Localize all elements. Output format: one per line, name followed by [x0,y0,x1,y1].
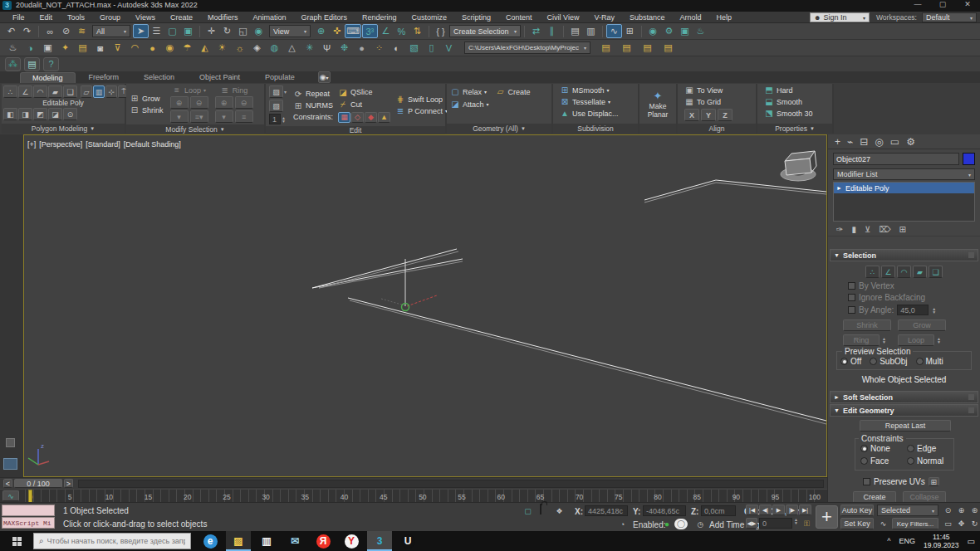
nurms-button[interactable]: ⊞NURMS [293,101,333,110]
select-and-move-icon[interactable]: ✛ [203,24,219,38]
use-displacement-button[interactable]: ▲Use Displac... [560,109,619,118]
menu-item[interactable]: Edit [32,13,61,22]
menu-item[interactable]: Group [92,13,128,22]
previous-frame-icon[interactable]: ◀| [759,505,772,515]
zoom-extents-icon[interactable]: ⊛ [968,505,980,516]
ring-shift-icon[interactable]: ▾ [215,110,233,123]
relax-button[interactable]: ▢Relax▾ [450,87,489,96]
pm-tool-icon-1[interactable]: ◧ [3,108,17,120]
time-slider-track[interactable] [78,480,824,488]
menu-item[interactable]: Customize [404,13,455,22]
element-mode-icon[interactable]: ❑ [63,85,77,98]
modify-tab-icon[interactable]: ⌁ [847,136,853,148]
pan-icon[interactable]: ✥ [955,518,968,529]
select-and-manipulate-icon[interactable]: ✜ [329,24,345,38]
display-tab-icon[interactable]: ▭ [890,136,899,148]
named-selection-set-field[interactable]: Create Selection Se▾ [449,25,521,37]
3dsmax-app-icon[interactable]: 3 [367,531,392,551]
redo-icon[interactable]: ↷ [19,24,35,38]
unreal-app-icon[interactable]: U [395,531,420,551]
isolate-selection-icon[interactable]: ▢ [522,505,534,517]
group-label-modify-selection[interactable]: Modify Selection▼ [126,124,264,134]
menu-item[interactable]: Tools [60,13,92,22]
attach-button-ribbon[interactable]: ◪Attach▾ [450,100,489,109]
ribbon-tab[interactable]: Freeform [77,72,131,82]
project-folder-icon-3[interactable]: ▤ [639,41,655,55]
sun-light-icon[interactable]: ☀ [214,41,230,55]
material-editor-icon[interactable]: ◉ [645,24,661,38]
constraint-option[interactable]: Face [860,456,902,466]
select-and-link-icon[interactable]: ∞ [42,24,58,38]
edit-geometry-rollout-header[interactable]: ▼ Edit Geometry [830,404,978,417]
grass-icon[interactable]: Ψ [319,41,335,55]
menu-item[interactable]: Content [498,13,540,22]
loop-button[interactable]: ≡Loop▾ [172,85,206,95]
menu-item[interactable]: Views [128,13,163,22]
close-button[interactable]: ✕ [957,0,978,8]
geometry-box-icon[interactable]: ◈ [249,41,265,55]
rendered-frame-window-icon[interactable]: ▣ [677,24,693,38]
create-button-panel[interactable]: Create [853,491,896,502]
by-angle-field[interactable]: 45,0 [897,305,929,315]
pm-pin-icon[interactable]: ⊹ [105,85,117,98]
frame-spinner[interactable]: ▲▼ [794,518,801,524]
zoom-all-icon[interactable]: ⊕ [955,505,968,516]
zoom-region-icon[interactable]: ▭ [942,518,954,529]
ribbon-tab[interactable]: Selection [132,72,186,82]
y-field[interactable]: -4048,65c [643,505,686,516]
object-color-swatch[interactable] [963,153,975,165]
light-select-icon[interactable]: ✦ [57,41,73,55]
menu-item[interactable]: Modifiers [200,13,246,22]
ribbon-tab[interactable]: Populate [253,72,306,82]
maxscript-mini-listener[interactable] [2,505,55,516]
ring-button-panel[interactable]: Ring [843,334,880,346]
layer-explorer-icon[interactable]: ▤ [567,24,583,38]
zoom-icon[interactable]: ⊙ [942,505,954,516]
group-label-polygon-modeling[interactable]: Polygon Modeling▼ [2,124,125,134]
edit-preset-icon-2[interactable]: ▧ [269,100,283,112]
mask-icon[interactable]: ◐ [389,41,404,55]
modifier-stack-item[interactable]: ► Editable Poly [834,183,974,193]
ribbon-tab[interactable]: Object Paint [188,72,252,82]
make-planar-button[interactable]: MakePlanar [648,102,669,119]
menu-item[interactable]: File [5,13,32,22]
loop-shrink-icon[interactable]: ⊖ [190,96,208,109]
make-unique-icon[interactable]: ⊻ [865,225,870,234]
pm-side-icon-1[interactable]: ▱ [81,85,92,98]
menu-item[interactable]: Rendering [355,13,404,22]
cut-button[interactable]: ⌿Cut [338,100,390,110]
angle-snap-icon[interactable]: ∠ [378,24,394,38]
dome-light-icon[interactable]: ◠ [127,41,143,55]
time-slider-next-button[interactable]: > [64,479,73,488]
viewport-layout-tab-icon[interactable] [6,438,15,447]
undo-icon[interactable]: ↶ [3,24,19,38]
edge-app-icon[interactable]: e [198,531,223,551]
motion-tab-icon[interactable]: ◎ [875,136,883,148]
bind-to-space-warp-icon[interactable]: ≋ [74,24,90,38]
set-keys-button[interactable]: + [816,505,838,529]
shrink-button[interactable]: ⊟Shrink [130,105,164,115]
spinner-snap-icon[interactable]: ⇅ [409,24,425,38]
constrain-edge-icon[interactable]: ◇ [351,112,364,123]
transform-gizmo-icon[interactable]: ❖ [553,505,566,517]
percent-snap-icon[interactable]: % [394,24,409,38]
rectangular-selection-region-icon[interactable]: ▢ [164,24,180,38]
film-camera-icon[interactable]: ◙ [92,41,108,55]
render-production-icon[interactable]: ♨ [693,24,708,38]
by-vertex-checkbox[interactable] [848,282,855,290]
loop-grow-icon[interactable]: ⊕ [170,96,189,109]
group-label-geometry[interactable]: Geometry (All)▼ [447,124,551,134]
camera-select-icon[interactable]: ▤ [75,41,91,55]
group-label-align[interactable]: Align [678,124,756,134]
ribbon-tab[interactable]: Modeling [20,72,76,83]
tessellate-button[interactable]: ⊠Tessellate▾ [560,97,610,106]
ring-mode-icon[interactable]: ≡ [235,110,253,123]
snowflake-icon[interactable]: ✳ [301,41,317,55]
pm-panel-toggle-icon[interactable]: ▥ [93,85,105,98]
loop-spinner[interactable]: ▲▼ [937,337,943,344]
adaptive-degradation-icon[interactable]: ◔ [616,519,629,530]
time-cursor[interactable] [28,490,32,503]
pm-tool-icon-4[interactable]: ◪ [48,108,62,120]
menu-item[interactable]: Civil View [540,13,587,22]
orbit-icon[interactable]: ↻ [968,518,980,529]
